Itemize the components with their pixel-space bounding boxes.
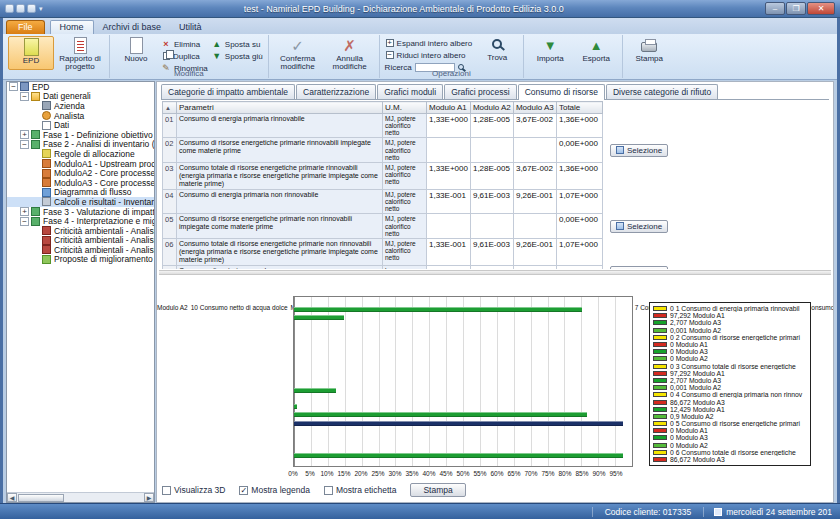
elimina-button[interactable]: × Elimina xyxy=(159,39,210,49)
scroll-left-icon[interactable]: ◀ xyxy=(7,493,17,502)
tree-item-moduloa3-core-processes[interactable]: ModuloA3 - Core processes xyxy=(7,178,154,188)
tree-item-fase-4-interpretazione-e-miglioram[interactable]: −Fase 4 - Interpretazione e migliorament… xyxy=(7,216,154,226)
chart-bar xyxy=(294,421,623,426)
espandi-albero-button[interactable]: + Espandi intero albero xyxy=(383,38,475,48)
tab-file[interactable]: File xyxy=(6,20,45,34)
tree-item-moduloa1-upstream-processes[interactable]: ModuloA1 - Upstream processes xyxy=(7,159,154,169)
legend-swatch xyxy=(653,421,667,426)
tree-item-regole-di-allocazione[interactable]: Regole di allocazione xyxy=(7,149,154,159)
tree-item-dati-generali[interactable]: −Dati generali xyxy=(7,92,154,102)
undo-icon[interactable] xyxy=(27,4,36,13)
tree-item-epd[interactable]: −EPD xyxy=(7,82,154,92)
expand-icon[interactable]: + xyxy=(20,130,29,139)
tree-item-fase-2-analisi-di-inventario-lci[interactable]: −Fase 2 - Analisi di inventario (LCI) xyxy=(7,140,154,150)
tree-item-criticit-ambientali-analisi-dei-co[interactable]: Criticità ambientali - Analisi dei Contr… xyxy=(7,245,154,255)
tree-item-calcoli-e-risultati-inventario[interactable]: Calcoli e risultati - Inventario xyxy=(7,197,154,207)
tree-item-dati[interactable]: Dati xyxy=(7,120,154,130)
tab-diverse-categorie-di-rifiuto[interactable]: Diverse categorie di rifiuto xyxy=(606,84,718,99)
tree-item-diagramma-di-flusso[interactable]: Diagramma di flusso xyxy=(7,188,154,198)
riduci-albero-button[interactable]: − Riduci intero albero xyxy=(383,50,475,60)
x-tick-label: 70% xyxy=(524,470,537,477)
nuovo-button[interactable]: Nuovo xyxy=(113,36,159,70)
minimize-button[interactable] xyxy=(765,2,785,15)
tab-grafici-moduli[interactable]: Grafici moduli xyxy=(377,84,443,99)
collapse-icon[interactable]: − xyxy=(20,92,29,101)
column-header-modulo-a1[interactable]: Modulo A1 xyxy=(427,102,471,114)
x-tick-label: 55% xyxy=(473,470,486,477)
tree-item-analista[interactable]: Analista xyxy=(7,111,154,121)
lookup-grid-icon xyxy=(616,146,624,154)
legend-swatch xyxy=(653,364,667,369)
chart-bar xyxy=(294,404,297,409)
checkbox-mostra-legenda[interactable]: ✓Mostra legenda xyxy=(239,485,310,495)
maximize-button[interactable] xyxy=(786,2,806,15)
annulla-modifiche-button[interactable]: ✗ Annulla modifiche xyxy=(324,36,376,73)
close-button[interactable] xyxy=(807,2,835,15)
esporta-button[interactable]: ▲ Esporta xyxy=(573,36,619,70)
chart-row xyxy=(294,444,632,452)
tree-item-azienda[interactable]: Azienda xyxy=(7,101,154,111)
table-row-05: 05Consumo di risorse energetiche primari… xyxy=(163,214,671,238)
column-header-u-m[interactable]: U.M. xyxy=(383,102,427,114)
tab-archivi-di-base[interactable]: Archivi di base xyxy=(94,21,171,34)
collapse-icon[interactable]: − xyxy=(9,82,18,91)
results-table-wrap: ▲ParametriU.M.Modulo A1Modulo A2Modulo A… xyxy=(162,101,722,269)
scrollbar-thumb[interactable] xyxy=(18,494,64,502)
legend-swatch xyxy=(653,342,667,347)
duplica-button[interactable]: Duplica xyxy=(159,51,210,61)
stampa-chart-button[interactable]: Stampa xyxy=(410,483,465,497)
checkbox-mostra-etichetta[interactable]: Mostra etichetta xyxy=(324,485,396,495)
tree-item-criticit-ambientali-analisi-dei-co[interactable]: Criticità ambientali - Analisi dei Contr… xyxy=(7,236,154,246)
ribbon-group-operazioni: + Espandi intero albero − Riduci intero … xyxy=(380,35,525,78)
tab-consumo-di-risorse[interactable]: Consumo di risorse xyxy=(518,84,605,100)
legend-swatch xyxy=(653,400,667,405)
column-header-modulo-a3[interactable]: Modulo A3 xyxy=(513,102,556,114)
tab-caratterizzazione[interactable]: Caratterizzazione xyxy=(296,84,376,99)
column-header-row-num[interactable]: ▲ xyxy=(163,102,177,114)
checkbox-visualizza-3d[interactable]: Visualizza 3D xyxy=(162,485,225,495)
selezione-button-row-02[interactable]: Selezione xyxy=(610,144,668,157)
stampa-ribbon-button[interactable]: Stampa xyxy=(626,36,672,70)
application-window: ▾ test - Namirial EPD Building - Dichiar… xyxy=(0,0,840,519)
chart-row xyxy=(294,411,632,419)
tree-horizontal-scrollbar[interactable]: ◀ ▶ xyxy=(7,492,154,502)
save-icon[interactable] xyxy=(16,4,25,13)
scroll-right-icon[interactable]: ▶ xyxy=(144,493,154,502)
x-tick-label: 35% xyxy=(405,470,418,477)
selezione-button-row-07[interactable]: Selezione xyxy=(610,266,668,269)
chart-row xyxy=(294,321,632,329)
chart-options: Visualizza 3D✓Mostra legendaMostra etich… xyxy=(162,483,466,497)
chart-row xyxy=(294,435,632,443)
importa-button[interactable]: ▼ Importa xyxy=(527,36,573,70)
tree-item-criticit-ambientali-analisi-dei-co[interactable]: Criticità ambientali - Analisi dei Contr… xyxy=(7,226,154,236)
sposta-giu-button[interactable]: ▼ Sposta giù xyxy=(210,51,265,61)
tab-utilita[interactable]: Utilità xyxy=(170,21,211,34)
x-tick-label: 80% xyxy=(558,470,571,477)
column-header-modulo-a2[interactable]: Modulo A2 xyxy=(470,102,513,114)
column-header-totale[interactable]: Totale xyxy=(556,102,602,114)
expand-icon[interactable]: + xyxy=(20,207,29,216)
selezione-button-row-05[interactable]: Selezione xyxy=(610,220,668,233)
conferma-modifiche-button[interactable]: ✓ Conferma modifiche xyxy=(272,36,324,73)
collapse-icon[interactable]: − xyxy=(20,140,29,149)
tab-categorie-di-impatto-ambientale[interactable]: Categorie di impatto ambientale xyxy=(161,84,295,99)
column-header-parametri[interactable]: Parametri xyxy=(177,102,383,114)
legend-swatch xyxy=(653,335,667,340)
tree-item-fase-1-definizione-obiettivo-e-cam[interactable]: +Fase 1 - Definizione obiettivo e campo … xyxy=(7,130,154,140)
trova-button[interactable]: Trova xyxy=(474,36,520,70)
rapporto-di-progetto-button[interactable]: Rapporto di progetto xyxy=(54,36,106,73)
chart-bar xyxy=(294,388,336,393)
epd-button[interactable]: EPD xyxy=(8,36,54,70)
tab-home[interactable]: Home xyxy=(50,20,94,34)
x-tick-label: 10% xyxy=(320,470,333,477)
chart-row-label: Modulo A2 xyxy=(157,304,191,311)
tree-item-moduloa2-core-processes[interactable]: ModuloA2 - Core processes xyxy=(7,168,154,178)
tree-item-fase-3-valutazione-di-impatto-ambi[interactable]: +Fase 3 - Valutazione di impatto ambient… xyxy=(7,207,154,217)
tree-item-proposte-di-miglioramento[interactable]: Proposte di miglioramento xyxy=(7,255,154,265)
module-icon xyxy=(42,178,51,187)
tab-grafici-processi[interactable]: Grafici processi xyxy=(444,84,517,99)
collapse-icon[interactable]: − xyxy=(20,217,29,226)
sposta-su-button[interactable]: ▲ Sposta su xyxy=(210,39,265,49)
horizontal-splitter[interactable] xyxy=(159,270,831,275)
printer-icon xyxy=(641,42,657,52)
